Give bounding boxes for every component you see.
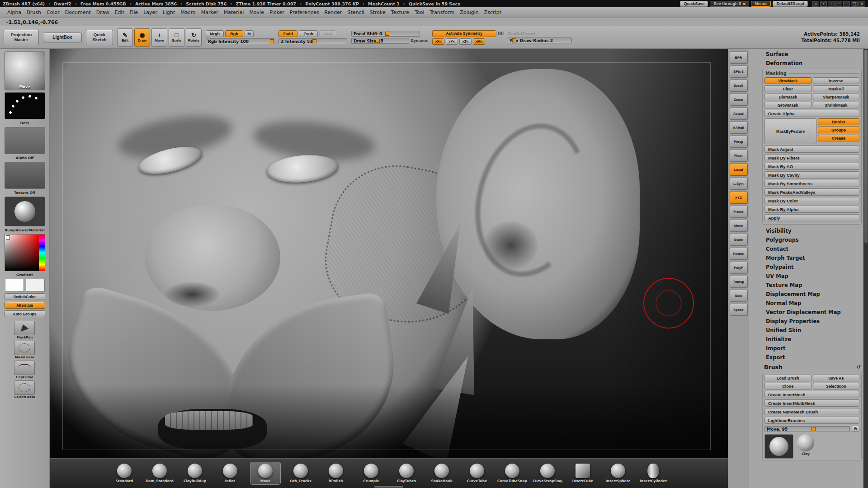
menu-item[interactable]: Preferences	[287, 9, 322, 16]
window-control-icon[interactable]: ≡	[812, 1, 819, 7]
brush-reset-icon[interactable]: ↺	[857, 364, 861, 370]
brush-tray-item[interactable]: Inflat	[215, 462, 245, 484]
brush-tray-item[interactable]: InsertCylinder	[638, 462, 668, 484]
viewport-control-button[interactable]: Xpose	[730, 304, 748, 316]
mode-button[interactable]: ◉ Draw	[134, 28, 150, 47]
z-intensity-slider[interactable]: Z Intensity 51	[278, 38, 347, 44]
brush-action-button[interactable]: SelectIcon	[813, 383, 860, 389]
masking-button[interactable]: MaskAll	[813, 85, 860, 92]
brush-tray-item[interactable]: CurveTubeSnap	[497, 462, 527, 484]
brush-shortcut[interactable]: SelectLasso	[14, 380, 35, 399]
menu-item[interactable]: Marker	[198, 9, 221, 16]
color-picker[interactable]	[5, 234, 45, 271]
color-picker-hue-strip[interactable]	[39, 235, 45, 271]
mode-button[interactable]: □ Scale	[169, 28, 184, 47]
tray-scrollbar[interactable]	[374, 486, 403, 488]
brush-tray-item[interactable]: Move	[250, 462, 280, 484]
brush-palette-header[interactable]: Brush ↺	[762, 362, 862, 372]
menu-item[interactable]: Zscript	[481, 9, 504, 16]
window-control-icon[interactable]: –	[843, 1, 850, 7]
menu-item[interactable]: Material	[221, 9, 247, 16]
symmetry-axis-button[interactable]: >X<	[432, 38, 444, 45]
default-zscript-button[interactable]: DefaultZScript	[773, 1, 808, 7]
auto-groups-button[interactable]: Auto Groups	[5, 310, 45, 317]
viewport-control-button[interactable]: Scale	[730, 234, 748, 246]
menu-item[interactable]: Edit	[112, 9, 127, 16]
mode-button[interactable]: ✎ Edit	[117, 28, 133, 47]
create-alpha-button[interactable]: Create Alpha	[764, 110, 859, 117]
brush-row-button[interactable]: Create InsertMultiMesh	[764, 399, 859, 407]
brush-row-button[interactable]: Create InsertMesh	[764, 391, 859, 398]
brush-shortcut[interactable]: MaskLasso	[14, 341, 35, 359]
brush-tray-item[interactable]: CurveTube	[462, 462, 492, 484]
viewport-canvas[interactable]	[50, 49, 728, 458]
menu-item[interactable]: Stroke	[367, 9, 388, 16]
mode-button[interactable]: + Move	[151, 28, 167, 47]
viewport-control-button[interactable]: Local	[730, 164, 748, 176]
masking-group-title[interactable]: Masking	[764, 70, 859, 77]
viewport-control-button[interactable]: Move	[730, 220, 748, 232]
current-brush-thumbnail[interactable]	[764, 434, 793, 459]
window-control-icon[interactable]: i	[828, 1, 835, 7]
feature-button[interactable]: Groups	[818, 127, 859, 133]
menu-item[interactable]: Stencil	[345, 9, 367, 16]
m-button[interactable]: M	[245, 30, 254, 37]
viewport-control-button[interactable]: Frame	[730, 206, 748, 218]
brush-tray-item[interactable]: Orb_Cracks	[286, 462, 316, 484]
material-thumbnail[interactable]	[5, 197, 45, 226]
palette-section-header[interactable]: Surface	[762, 50, 862, 59]
menu-item[interactable]: Layer	[141, 9, 160, 16]
color-picker-saturation[interactable]	[5, 235, 39, 271]
rgb-intensity-slider[interactable]: Rgb Intensity 100	[206, 38, 274, 44]
palette-section-header[interactable]: Displacement Map	[762, 290, 862, 299]
menu-item[interactable]: Texture	[388, 9, 412, 16]
viewport-control-button[interactable]: AAHalf	[730, 122, 748, 134]
feature-button[interactable]: Border	[818, 118, 859, 125]
menu-item[interactable]: Draw	[94, 9, 112, 16]
palette-section-header[interactable]: Contact	[762, 244, 862, 253]
brush-tray-item[interactable]: Crumple	[356, 462, 386, 484]
clay-brush-thumbnail[interactable]: Clay	[797, 434, 814, 456]
masking-row-button[interactable]: Mask By Smoothness	[764, 180, 859, 187]
masking-button[interactable]: Clear	[764, 85, 811, 92]
menu-item[interactable]: Picker	[267, 9, 287, 16]
rgb-button[interactable]: Rgb	[225, 30, 243, 37]
brush-tray-item[interactable]: Standard	[109, 462, 139, 484]
masking-row-button[interactable]: Apply	[764, 214, 859, 221]
secondary-color-swatch[interactable]	[26, 279, 45, 291]
brush-tray-item[interactable]: ClayTubes	[392, 462, 421, 484]
masking-row-button[interactable]: Mask By Color	[764, 197, 859, 204]
symmetry-axis-button[interactable]: >Z<	[459, 38, 472, 45]
symmetry-axis-button[interactable]: >M<	[473, 38, 485, 45]
brush-action-button[interactable]: Load Brush	[764, 375, 811, 381]
window-control-icon[interactable]: ◦	[835, 1, 842, 7]
quick-sketch-button[interactable]: Quick Sketch	[86, 30, 113, 45]
panel-scrollbar[interactable]	[863, 49, 868, 488]
brush-tray-item[interactable]: InsertSphere	[603, 462, 633, 484]
draw-size-handle[interactable]	[376, 39, 380, 43]
masking-button[interactable]: Inverse	[813, 77, 860, 84]
menu-item[interactable]: Brush	[24, 9, 44, 16]
palette-section-header[interactable]: Normal Map	[762, 299, 862, 308]
menu-item[interactable]: Render	[321, 9, 344, 16]
menu-item[interactable]: Tool	[412, 9, 427, 16]
palette-section-header[interactable]: Import	[762, 344, 862, 353]
window-control-icon[interactable]: □	[851, 1, 858, 7]
viewport-control-button[interactable]: Persp	[730, 136, 748, 148]
zadd-button[interactable]: Zadd	[278, 30, 297, 37]
dynamic-label[interactable]: Dynamic	[410, 39, 428, 43]
masking-button[interactable]: ViewMask	[764, 77, 811, 84]
brush-move-slider[interactable]: Move. 95	[764, 426, 850, 432]
alternate-button[interactable]: Alternate	[5, 302, 45, 309]
brush-tray-item[interactable]: Dam_Standard	[145, 462, 175, 484]
alpha-thumbnail[interactable]	[5, 127, 45, 154]
lightbox-button[interactable]: LightBox	[43, 33, 82, 42]
activate-symmetry-button[interactable]: Activate Symmetry	[432, 30, 496, 37]
palette-section-header[interactable]: Initialize	[762, 335, 862, 344]
min-draw-radius-slider[interactable]: Min Draw Radius 2	[508, 38, 572, 43]
palette-section-header[interactable]: Morph Target	[762, 253, 862, 263]
window-control-icon[interactable]: ×	[859, 1, 865, 7]
viewport-control-button[interactable]: Transp	[730, 276, 748, 288]
color-picker-cursor[interactable]	[6, 235, 10, 239]
see-through-slider[interactable]: See-through 0	[710, 1, 749, 7]
